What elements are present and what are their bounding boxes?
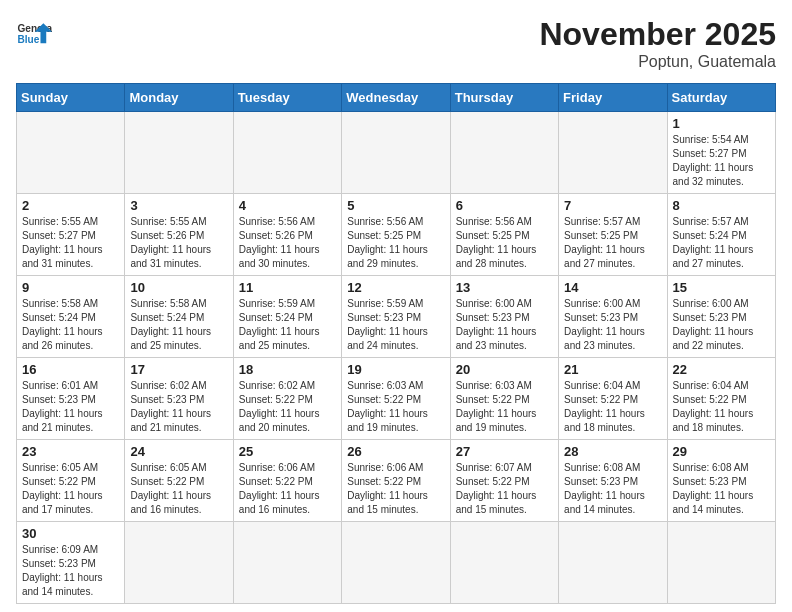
day-number: 11 [239,280,336,295]
day-info: Sunrise: 6:04 AM Sunset: 5:22 PM Dayligh… [673,379,770,435]
calendar-header-row: Sunday Monday Tuesday Wednesday Thursday… [17,84,776,112]
day-number: 14 [564,280,661,295]
table-row: 6Sunrise: 5:56 AM Sunset: 5:25 PM Daylig… [450,194,558,276]
day-number: 12 [347,280,444,295]
day-info: Sunrise: 5:59 AM Sunset: 5:23 PM Dayligh… [347,297,444,353]
table-row: 5Sunrise: 5:56 AM Sunset: 5:25 PM Daylig… [342,194,450,276]
table-row [125,522,233,604]
table-row: 15Sunrise: 6:00 AM Sunset: 5:23 PM Dayli… [667,276,775,358]
day-number: 3 [130,198,227,213]
table-row [450,522,558,604]
day-number: 21 [564,362,661,377]
table-row: 27Sunrise: 6:07 AM Sunset: 5:22 PM Dayli… [450,440,558,522]
day-number: 20 [456,362,553,377]
col-saturday: Saturday [667,84,775,112]
svg-text:Blue: Blue [17,34,39,45]
day-info: Sunrise: 5:56 AM Sunset: 5:26 PM Dayligh… [239,215,336,271]
day-number: 27 [456,444,553,459]
table-row: 11Sunrise: 5:59 AM Sunset: 5:24 PM Dayli… [233,276,341,358]
table-row: 25Sunrise: 6:06 AM Sunset: 5:22 PM Dayli… [233,440,341,522]
day-number: 28 [564,444,661,459]
day-info: Sunrise: 6:02 AM Sunset: 5:23 PM Dayligh… [130,379,227,435]
day-info: Sunrise: 5:54 AM Sunset: 5:27 PM Dayligh… [673,133,770,189]
calendar-row: 30Sunrise: 6:09 AM Sunset: 5:23 PM Dayli… [17,522,776,604]
calendar-row: 23Sunrise: 6:05 AM Sunset: 5:22 PM Dayli… [17,440,776,522]
table-row: 12Sunrise: 5:59 AM Sunset: 5:23 PM Dayli… [342,276,450,358]
calendar-row: 16Sunrise: 6:01 AM Sunset: 5:23 PM Dayli… [17,358,776,440]
table-row: 21Sunrise: 6:04 AM Sunset: 5:22 PM Dayli… [559,358,667,440]
calendar-row: 9Sunrise: 5:58 AM Sunset: 5:24 PM Daylig… [17,276,776,358]
page-header: General Blue November 2025 Poptun, Guate… [16,16,776,71]
table-row: 2Sunrise: 5:55 AM Sunset: 5:27 PM Daylig… [17,194,125,276]
day-info: Sunrise: 6:05 AM Sunset: 5:22 PM Dayligh… [22,461,119,517]
table-row: 7Sunrise: 5:57 AM Sunset: 5:25 PM Daylig… [559,194,667,276]
day-info: Sunrise: 6:05 AM Sunset: 5:22 PM Dayligh… [130,461,227,517]
col-thursday: Thursday [450,84,558,112]
day-number: 16 [22,362,119,377]
day-info: Sunrise: 6:04 AM Sunset: 5:22 PM Dayligh… [564,379,661,435]
table-row: 4Sunrise: 5:56 AM Sunset: 5:26 PM Daylig… [233,194,341,276]
table-row [559,112,667,194]
day-info: Sunrise: 5:58 AM Sunset: 5:24 PM Dayligh… [130,297,227,353]
table-row: 22Sunrise: 6:04 AM Sunset: 5:22 PM Dayli… [667,358,775,440]
table-row: 26Sunrise: 6:06 AM Sunset: 5:22 PM Dayli… [342,440,450,522]
table-row: 9Sunrise: 5:58 AM Sunset: 5:24 PM Daylig… [17,276,125,358]
col-tuesday: Tuesday [233,84,341,112]
logo: General Blue [16,16,52,52]
col-sunday: Sunday [17,84,125,112]
day-number: 18 [239,362,336,377]
col-friday: Friday [559,84,667,112]
day-info: Sunrise: 6:06 AM Sunset: 5:22 PM Dayligh… [239,461,336,517]
day-info: Sunrise: 6:00 AM Sunset: 5:23 PM Dayligh… [456,297,553,353]
calendar-row: 2Sunrise: 5:55 AM Sunset: 5:27 PM Daylig… [17,194,776,276]
day-info: Sunrise: 5:56 AM Sunset: 5:25 PM Dayligh… [347,215,444,271]
day-info: Sunrise: 6:08 AM Sunset: 5:23 PM Dayligh… [673,461,770,517]
day-info: Sunrise: 6:00 AM Sunset: 5:23 PM Dayligh… [564,297,661,353]
day-number: 25 [239,444,336,459]
day-number: 10 [130,280,227,295]
day-number: 26 [347,444,444,459]
table-row [342,522,450,604]
day-info: Sunrise: 6:00 AM Sunset: 5:23 PM Dayligh… [673,297,770,353]
day-info: Sunrise: 5:57 AM Sunset: 5:25 PM Dayligh… [564,215,661,271]
day-info: Sunrise: 6:06 AM Sunset: 5:22 PM Dayligh… [347,461,444,517]
day-info: Sunrise: 6:03 AM Sunset: 5:22 PM Dayligh… [347,379,444,435]
table-row [450,112,558,194]
table-row [667,522,775,604]
day-info: Sunrise: 6:07 AM Sunset: 5:22 PM Dayligh… [456,461,553,517]
day-number: 17 [130,362,227,377]
calendar-row: 1Sunrise: 5:54 AM Sunset: 5:27 PM Daylig… [17,112,776,194]
page-subtitle: Poptun, Guatemala [539,53,776,71]
day-info: Sunrise: 5:57 AM Sunset: 5:24 PM Dayligh… [673,215,770,271]
table-row [233,112,341,194]
day-number: 9 [22,280,119,295]
table-row [342,112,450,194]
day-info: Sunrise: 6:01 AM Sunset: 5:23 PM Dayligh… [22,379,119,435]
col-monday: Monday [125,84,233,112]
day-number: 6 [456,198,553,213]
table-row: 18Sunrise: 6:02 AM Sunset: 5:22 PM Dayli… [233,358,341,440]
day-info: Sunrise: 6:09 AM Sunset: 5:23 PM Dayligh… [22,543,119,599]
day-info: Sunrise: 6:08 AM Sunset: 5:23 PM Dayligh… [564,461,661,517]
day-number: 23 [22,444,119,459]
day-info: Sunrise: 6:02 AM Sunset: 5:22 PM Dayligh… [239,379,336,435]
day-number: 22 [673,362,770,377]
calendar-table: Sunday Monday Tuesday Wednesday Thursday… [16,83,776,604]
table-row: 17Sunrise: 6:02 AM Sunset: 5:23 PM Dayli… [125,358,233,440]
table-row [17,112,125,194]
table-row: 10Sunrise: 5:58 AM Sunset: 5:24 PM Dayli… [125,276,233,358]
day-number: 13 [456,280,553,295]
day-info: Sunrise: 5:59 AM Sunset: 5:24 PM Dayligh… [239,297,336,353]
page-title: November 2025 [539,16,776,53]
day-number: 8 [673,198,770,213]
day-number: 24 [130,444,227,459]
day-number: 2 [22,198,119,213]
table-row: 29Sunrise: 6:08 AM Sunset: 5:23 PM Dayli… [667,440,775,522]
day-info: Sunrise: 5:58 AM Sunset: 5:24 PM Dayligh… [22,297,119,353]
table-row: 20Sunrise: 6:03 AM Sunset: 5:22 PM Dayli… [450,358,558,440]
day-info: Sunrise: 5:55 AM Sunset: 5:27 PM Dayligh… [22,215,119,271]
day-number: 19 [347,362,444,377]
table-row: 13Sunrise: 6:00 AM Sunset: 5:23 PM Dayli… [450,276,558,358]
logo-icon: General Blue [16,16,52,52]
table-row: 16Sunrise: 6:01 AM Sunset: 5:23 PM Dayli… [17,358,125,440]
